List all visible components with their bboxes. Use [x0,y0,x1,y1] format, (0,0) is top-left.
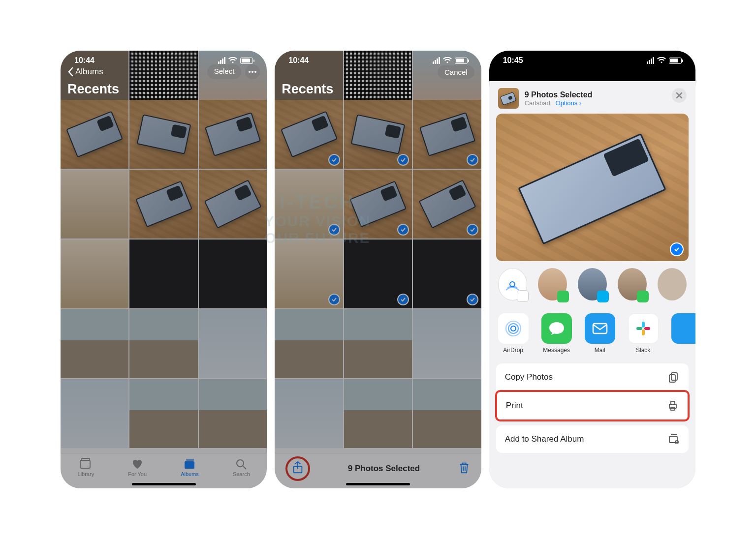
messages-icon [541,313,572,344]
share-options-button[interactable]: Options › [556,99,582,107]
wifi-icon [228,57,237,64]
shared-album-icon [668,433,680,445]
skype-badge-icon [597,291,609,302]
contact-target[interactable] [658,268,687,300]
cellular-icon [218,57,225,64]
airdrop-icon [498,313,529,344]
contact-target[interactable] [618,268,647,300]
mail-icon [585,313,615,344]
slack-icon [628,313,659,344]
airdrop-target[interactable] [498,268,527,300]
messages-badge-icon [637,291,649,302]
share-location: Carlsbad [525,99,550,107]
wifi-icon [443,57,452,64]
status-bar: 10:44 [61,51,267,70]
action-copy-photos[interactable]: Copy Photos [496,363,689,391]
status-time: 10:44 [74,56,94,65]
svg-rect-16 [669,375,675,382]
svg-rect-10 [593,324,607,333]
svg-rect-14 [644,327,650,330]
app-more[interactable] [671,313,695,354]
action-add-shared-album[interactable]: Add to Shared Album [496,425,689,453]
share-preview[interactable] [496,114,689,261]
svg-point-22 [676,441,677,442]
contact-target[interactable] [578,268,607,300]
share-sheet: 9 Photos Selected Carlsbad Options › [489,81,695,488]
share-thumbnail [498,88,519,109]
svg-point-8 [508,324,518,333]
home-indicator[interactable] [346,483,410,485]
wifi-icon [657,57,666,64]
cellular-icon [433,57,440,64]
svg-rect-19 [671,407,675,410]
app-slack[interactable]: Slack [628,313,659,354]
selection-check-icon [670,242,684,256]
status-time: 10:44 [288,56,309,65]
close-button[interactable] [672,88,687,103]
home-indicator[interactable] [132,483,196,485]
page-title: Recents [67,81,260,97]
copy-icon [668,371,680,383]
printer-icon [667,400,679,412]
status-bar: 10:44 [275,51,481,70]
messages-badge-icon [557,291,569,302]
airdrop-badge-icon [517,290,529,302]
share-title: 9 Photos Selected [525,90,593,99]
status-time: 10:45 [503,56,523,65]
screen-photos-browse: 10:44 Albums Select Recents [61,51,267,488]
app-messages[interactable]: Messages [541,313,572,354]
svg-rect-12 [636,327,642,330]
airdrop-contacts-row [489,268,695,309]
share-apps-row: AirDrop Messages Mail [489,309,695,363]
svg-rect-15 [671,373,677,380]
action-print[interactable]: Print [497,392,688,419]
page-title: Recents [282,81,474,97]
svg-rect-11 [642,322,645,328]
app-icon [671,313,695,344]
svg-rect-18 [671,401,675,404]
cellular-icon [647,57,654,64]
battery-icon [669,58,682,64]
screen-share-sheet: 10:45 9 Photos Selected Carlsbad Options… [489,51,695,488]
battery-icon [240,58,253,64]
svg-point-21 [675,440,679,444]
app-airdrop[interactable]: AirDrop [498,313,529,354]
contact-target[interactable] [538,268,567,300]
status-bar: 10:45 [489,51,695,70]
app-mail[interactable]: Mail [585,313,615,354]
annotation-highlight: Print [495,390,690,421]
battery-icon [455,58,468,64]
screen-photos-selecting: 10:44 Cancel Recents [275,51,481,488]
svg-point-7 [511,326,516,331]
svg-rect-13 [642,329,645,335]
